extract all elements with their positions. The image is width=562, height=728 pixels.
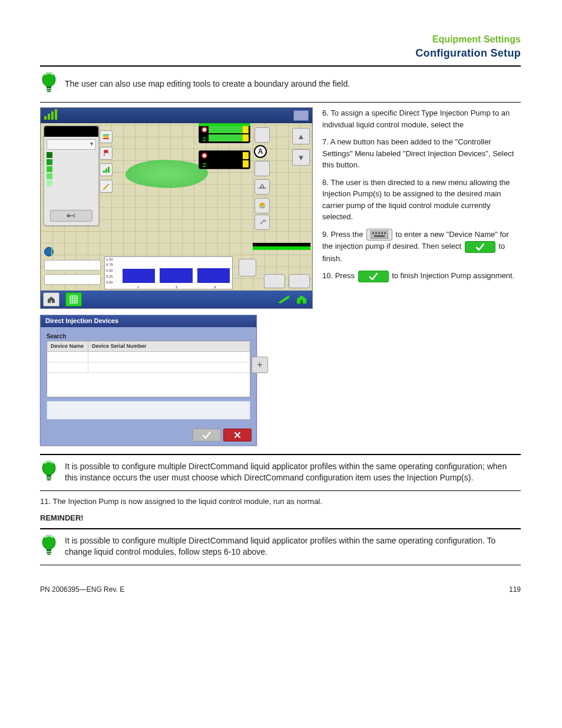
device-description (47, 401, 250, 420)
footer-page: 119 (509, 585, 521, 594)
table-row[interactable] (47, 352, 250, 363)
target-icon (201, 127, 207, 133)
cycle-icon (201, 161, 207, 167)
svg-rect-19 (384, 232, 386, 234)
svg-rect-17 (378, 232, 380, 234)
lightbulb-icon (40, 534, 58, 559)
svg-rect-10 (108, 167, 110, 173)
panel-button-3[interactable] (289, 274, 310, 288)
pen-button[interactable] (100, 180, 113, 193)
legend-dropdown[interactable] (47, 139, 96, 150)
legend-swatches (47, 152, 96, 186)
svg-rect-1 (47, 87, 51, 88)
svg-point-25 (42, 535, 55, 549)
svg-rect-24 (47, 479, 51, 480)
divider (40, 65, 521, 67)
legend-header (44, 126, 98, 137)
coverage-area (125, 160, 208, 188)
aux-button-2[interactable] (254, 161, 270, 176)
svg-rect-22 (47, 475, 51, 477)
svg-rect-20 (374, 235, 385, 237)
dialog-cancel-button[interactable] (223, 429, 252, 442)
svg-text:M: M (261, 184, 263, 186)
table-row[interactable] (47, 363, 250, 373)
step-11: 11. The Injection Pump is now assigned t… (40, 496, 521, 508)
bar-1 (123, 269, 155, 283)
svg-rect-2 (47, 89, 51, 90)
rate-readout-1[interactable] (199, 124, 250, 143)
svg-point-21 (42, 461, 55, 475)
svg-rect-14 (371, 230, 388, 239)
svg-rect-23 (47, 477, 51, 479)
tip-1: The user can also use map editing tools … (40, 69, 521, 100)
map-view-button[interactable] (65, 292, 82, 307)
svg-rect-9 (105, 169, 107, 173)
footer-ref: PN 2006395—ENG Rev. E (40, 585, 124, 594)
aux-buttons: A M (254, 127, 287, 230)
chart-button[interactable] (100, 163, 113, 176)
lightbulb-icon (40, 460, 58, 485)
section-button[interactable]: M (254, 179, 270, 195)
svg-rect-16 (375, 232, 377, 234)
divider (40, 490, 521, 491)
rate-bar-chart: 1.00 0.75 0.50 0.25 0.00 1 2 3 (104, 256, 233, 289)
home-status-icon[interactable] (293, 292, 310, 306)
tip-1-text: The user can also use map editing tools … (65, 78, 350, 90)
map-layers-button[interactable] (254, 198, 270, 213)
layers-button[interactable] (100, 130, 113, 143)
home-button[interactable] (43, 292, 59, 307)
svg-rect-6 (103, 136, 109, 137)
dialog-ok-button[interactable] (193, 429, 221, 442)
divider (40, 565, 521, 565)
dialog-title: Direct Injection Devices (41, 315, 256, 327)
header-subtitle: Equipment Settings (40, 34, 521, 45)
target-icon (201, 153, 207, 159)
info-fields (44, 260, 101, 288)
implement-icon[interactable] (276, 292, 292, 306)
signal-icon (44, 109, 62, 120)
up-button[interactable]: ▲ (292, 128, 310, 144)
panel-button-2[interactable] (264, 274, 285, 288)
svg-rect-28 (47, 554, 51, 555)
ok-button-inline (465, 241, 495, 253)
search-label: Search (47, 333, 250, 340)
svg-rect-26 (47, 549, 51, 551)
bar-3 (197, 268, 230, 283)
ok-button-inline (358, 271, 389, 282)
svg-rect-18 (381, 232, 383, 234)
cycle-icon (201, 135, 207, 141)
bottom-nav (41, 291, 312, 308)
bar-2 (160, 268, 192, 283)
svg-rect-13 (300, 300, 303, 304)
col-device-serial: Device Serial Number (88, 341, 250, 351)
aux-button-1[interactable] (254, 127, 270, 143)
lightbulb-icon (40, 71, 58, 96)
rate-readout-2[interactable] (199, 150, 250, 169)
svg-rect-27 (47, 552, 51, 553)
autosteer-a-icon[interactable]: A (254, 145, 267, 158)
keyboard-icon (366, 229, 392, 241)
info-field-2 (44, 274, 101, 285)
info-field-1 (44, 260, 101, 271)
svg-rect-12 (70, 296, 77, 303)
svg-point-0 (42, 73, 55, 87)
page-footer: PN 2006395—ENG Rev. E 119 (40, 585, 521, 594)
tip-3-text: It is possible to configure multiple Dir… (65, 535, 521, 558)
devices-table: Device Name Device Serial Number (47, 341, 250, 397)
svg-rect-8 (103, 170, 105, 173)
add-device-button[interactable]: + (252, 357, 268, 373)
injection-devices-dialog: Direct Injection Devices Search Device N… (40, 315, 257, 446)
wrench-button[interactable] (254, 215, 270, 230)
legend-panel (44, 126, 99, 226)
map-screenshot: A M ▲ ▼ 1.00 0.75 0.50 0.25 0.00 (40, 107, 313, 309)
svg-rect-15 (372, 232, 374, 234)
legend-settings-button[interactable] (50, 210, 92, 222)
zoom-controls: ▲ ▼ (292, 128, 310, 170)
svg-rect-7 (103, 138, 109, 139)
panel-button-1[interactable] (239, 259, 256, 276)
down-button[interactable]: ▼ (292, 149, 310, 166)
svg-rect-5 (103, 134, 109, 136)
boom-status (253, 243, 310, 250)
flag-button[interactable] (100, 147, 113, 160)
globe-icon[interactable] (44, 247, 54, 256)
